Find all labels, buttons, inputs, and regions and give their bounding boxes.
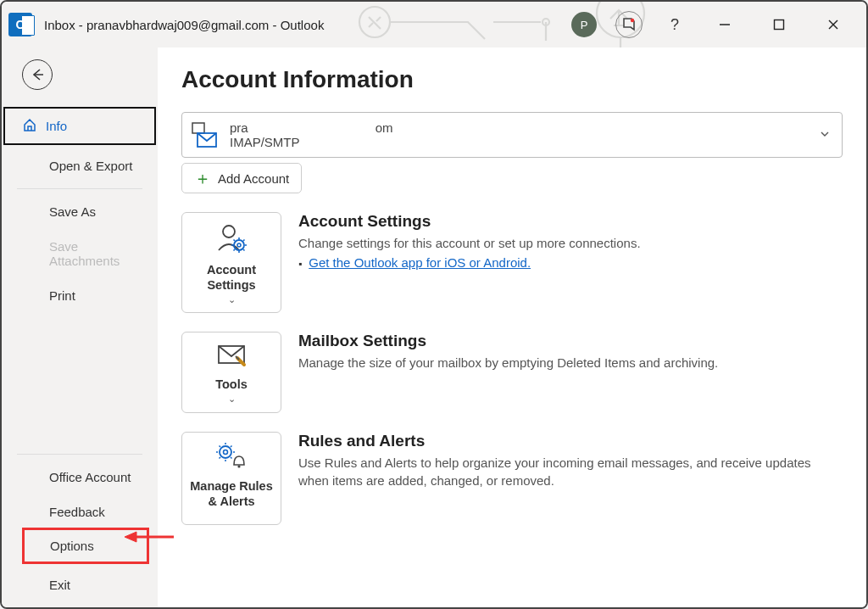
nav-label: Office Account	[49, 470, 131, 484]
outlook-app-link[interactable]: Get the Outlook app for iOS or Android.	[309, 255, 531, 270]
close-button[interactable]	[815, 11, 851, 38]
chevron-down-icon: ⌄	[228, 394, 236, 405]
nav-office-account[interactable]: Office Account	[2, 460, 158, 494]
tile-label: Tools	[215, 377, 248, 392]
tile-label: Account Settings	[187, 262, 275, 293]
account-selector[interactable]: praom IMAP/SMTP	[181, 112, 843, 158]
svg-rect-5	[775, 20, 784, 30]
account-email: praom	[230, 120, 393, 136]
svg-point-3	[631, 19, 634, 22]
manage-rules-tile[interactable]: Manage Rules & Alerts	[181, 432, 281, 525]
svg-point-17	[237, 466, 240, 468]
nav-info[interactable]: Info	[3, 107, 156, 145]
maximize-button[interactable]	[761, 11, 797, 38]
plus-icon: ＋	[194, 170, 211, 187]
nav-label: Save Attachments	[49, 239, 142, 268]
nav-label: Options	[50, 539, 94, 553]
outlook-app-icon: O	[8, 13, 32, 36]
svg-point-16	[224, 450, 228, 455]
mailbox-tools-icon	[214, 341, 249, 372]
section-desc: Manage the size of your mailbox by empty…	[298, 354, 843, 372]
nav-save-attachments: Save Attachments	[2, 229, 158, 278]
annotation-arrow	[125, 529, 175, 548]
titlebar: O Inbox - pranavbhardwaj009@gmail.com - …	[2, 2, 866, 47]
mail-icon	[189, 120, 220, 150]
svg-point-15	[220, 446, 231, 458]
nav-label: Open & Export	[49, 159, 132, 173]
account-type: IMAP/SMTP	[230, 135, 393, 149]
svg-point-13	[237, 243, 241, 247]
add-account-button[interactable]: ＋ Add Account	[181, 163, 302, 193]
add-account-label: Add Account	[218, 171, 289, 186]
nav-label: Exit	[49, 578, 70, 592]
nav-open-export[interactable]: Open & Export	[2, 148, 158, 183]
back-button[interactable]	[22, 59, 53, 90]
nav-save-as[interactable]: Save As	[2, 194, 158, 229]
tile-label: Manage Rules & Alerts	[187, 478, 275, 509]
nav-print[interactable]: Print	[2, 278, 158, 313]
section-title: Rules and Alerts	[298, 432, 843, 450]
help-button[interactable]: ?	[661, 16, 688, 34]
nav-feedback[interactable]: Feedback	[2, 494, 158, 529]
backstage-sidebar: Info Open & Export Save As Save Attachme…	[2, 47, 158, 607]
section-title: Mailbox Settings	[298, 332, 843, 350]
svg-point-12	[234, 240, 244, 250]
content-area: Account Information praom IMAP/SMTP ＋ Ad…	[158, 47, 866, 607]
nav-label: Print	[49, 288, 75, 303]
account-settings-tile[interactable]: Account Settings ⌄	[181, 212, 281, 313]
svg-marker-19	[125, 532, 136, 542]
section-title: Account Settings	[298, 212, 843, 231]
svg-point-11	[223, 226, 235, 237]
home-icon	[22, 117, 37, 135]
tools-tile[interactable]: Tools ⌄	[181, 332, 281, 413]
nav-exit[interactable]: Exit	[2, 567, 158, 602]
minimize-button[interactable]	[707, 11, 743, 38]
coming-soon-icon[interactable]	[615, 11, 643, 38]
nav-label: Save As	[49, 204, 96, 219]
user-avatar[interactable]: P	[571, 12, 597, 37]
chevron-down-icon: ⌄	[228, 294, 236, 305]
person-gear-icon	[214, 221, 249, 257]
section-desc: Use Rules and Alerts to help organize yo…	[298, 454, 843, 489]
separator	[17, 188, 142, 189]
nav-label: Info	[46, 119, 67, 133]
rules-alerts-icon	[214, 441, 249, 473]
window-title: Inbox - pranavbhardwaj009@gmail.com - Ou…	[44, 18, 324, 32]
page-title: Account Information	[181, 66, 843, 93]
separator	[17, 454, 142, 455]
svg-rect-9	[192, 123, 204, 133]
nav-label: Feedback	[49, 505, 105, 519]
chevron-down-icon	[820, 127, 830, 142]
section-desc: Change settings for this account or set …	[298, 234, 843, 252]
